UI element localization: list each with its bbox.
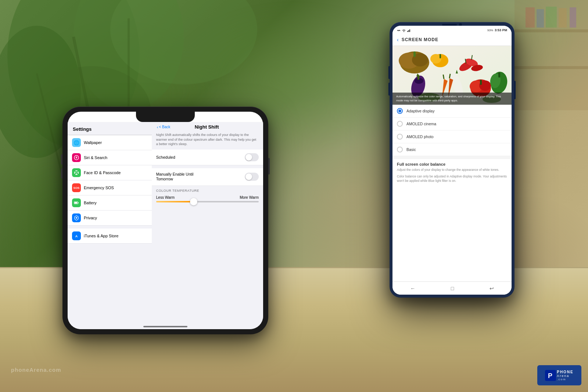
svg-rect-10: [514, 66, 588, 69]
status-right: 93% 3:53 PM: [487, 28, 507, 32]
settings-item-itunes[interactable]: A iTunes & App Store: [68, 229, 153, 244]
radio-photo: [397, 134, 403, 140]
logo-container: P PHONE Arena .com: [545, 370, 574, 381]
settings-title: Settings: [68, 122, 153, 135]
iphone-vol-up: [61, 154, 62, 165]
signal-icon: [407, 28, 411, 32]
mode-amoled-cinema[interactable]: AMOLED cinema: [392, 118, 512, 130]
iphone-notch: [136, 112, 195, 122]
samsung-power-button: [514, 81, 516, 99]
full-screen-desc-2: Color balance can only be adjusted in Ad…: [397, 175, 507, 183]
svg-rect-18: [78, 172, 79, 174]
faceid-icon: [72, 168, 81, 177]
wallpaper-icon: 🌐: [72, 138, 81, 147]
settings-divider: [68, 226, 153, 229]
svg-rect-11: [526, 7, 535, 28]
svg-rect-49: [417, 76, 419, 80]
samsung-back-nav[interactable]: ←: [410, 285, 415, 291]
svg-rect-14: [559, 8, 567, 28]
svg-rect-19: [75, 170, 78, 171]
svg-rect-15: [570, 7, 576, 28]
samsung-back-button[interactable]: ‹: [397, 37, 399, 43]
veggie-image: Automatically optimize the color range, …: [392, 46, 512, 105]
logo-text: PHONE Arena .com: [557, 370, 574, 381]
battery-icon: [72, 198, 81, 207]
settings-item-battery[interactable]: Battery: [68, 195, 153, 211]
status-left: [397, 28, 411, 32]
samsung-vol-up: [388, 66, 390, 79]
mode-basic[interactable]: Basic: [392, 143, 512, 156]
full-screen-desc: Adjust the colors of your display to cha…: [397, 168, 507, 172]
svg-text:A: A: [75, 234, 78, 238]
svg-rect-9: [514, 29, 588, 32]
svg-rect-25: [75, 202, 77, 204]
night-shift-title: Night Shift: [172, 124, 241, 130]
svg-rect-24: [78, 202, 79, 203]
radio-cinema: [397, 121, 403, 127]
iphone-screen: Settings 🌐 Wallpaper Siri & Search Face …: [68, 112, 263, 329]
iphone-vol-down: [61, 168, 62, 179]
svg-line-62: [443, 75, 444, 79]
settings-item-faceid[interactable]: Face ID & Passcode: [68, 165, 153, 180]
svg-rect-17: [74, 172, 75, 174]
samsung-screen-mode-title: SCREEN MODE: [402, 37, 438, 42]
temp-slider-track: [156, 201, 259, 202]
back-button[interactable]: ‹ < Back: [157, 125, 171, 129]
svg-rect-31: [408, 30, 409, 32]
svg-point-22: [77, 172, 78, 173]
radio-adaptive: [397, 108, 403, 114]
settings-item-siri[interactable]: Siri & Search: [68, 150, 153, 165]
temp-slider-fill: [156, 201, 192, 202]
sos-icon: SOS: [72, 183, 81, 192]
radio-basic: [397, 147, 403, 152]
full-screen-color-balance: Full screen color balance Adjust the col…: [392, 156, 512, 185]
samsung-home-nav[interactable]: □: [451, 285, 454, 291]
radio-inner: [398, 109, 401, 112]
night-shift-description: Night Shift automatically shifts the col…: [152, 131, 263, 150]
samsung-nav-bar: ← □ ↩: [392, 281, 512, 295]
adaptive-display-description: Automatically optimize the color range, …: [392, 93, 512, 105]
svg-rect-20: [75, 174, 78, 175]
settings-item-privacy[interactable]: Privacy: [68, 211, 153, 226]
svg-rect-13: [546, 7, 557, 28]
samsung-screen: 93% 3:53 PM ‹ SCREEN MODE: [392, 26, 512, 295]
night-shift-panel: ‹ < Back Night Shift Night Shift automat…: [152, 122, 263, 329]
iphone-power-button: [268, 158, 270, 175]
scheduled-row: Scheduled: [152, 150, 263, 165]
svg-point-29: [404, 32, 404, 32]
iphone-x-device: Settings 🌐 Wallpaper Siri & Search Face …: [62, 107, 268, 334]
full-screen-title: Full screen color balance: [397, 162, 507, 166]
mode-amoled-photo[interactable]: AMOLED photo: [392, 130, 512, 143]
itunes-icon: A: [72, 231, 81, 240]
temp-labels: Less Warm More Warm: [152, 194, 263, 200]
temp-slider-thumb[interactable]: [190, 198, 197, 205]
samsung-note9-device: 93% 3:53 PM ‹ SCREEN MODE: [390, 22, 514, 298]
settings-item-sos[interactable]: SOS Emergency SOS: [68, 180, 153, 195]
samsung-status-bar: 93% 3:53 PM: [392, 26, 512, 35]
siri-icon: [72, 153, 81, 162]
home-indicator: [143, 326, 187, 327]
svg-rect-32: [409, 29, 410, 32]
svg-line-63: [449, 74, 450, 78]
svg-rect-38: [413, 51, 416, 57]
manually-enable-toggle[interactable]: [245, 173, 259, 181]
samsung-header: ‹ SCREEN MODE: [392, 35, 512, 46]
scheduled-toggle[interactable]: [245, 153, 259, 161]
wifi-icon: [402, 28, 406, 32]
svg-point-21: [75, 172, 76, 173]
samsung-recent-nav[interactable]: ↩: [490, 285, 494, 291]
temp-slider-container: [152, 200, 263, 205]
night-shift-header: ‹ < Back Night Shift: [152, 122, 263, 131]
toggle-knob: [245, 154, 252, 161]
mode-adaptive[interactable]: Adaptive display: [392, 105, 512, 118]
svg-rect-30: [407, 31, 408, 32]
samsung-speaker: [442, 24, 457, 26]
samsung-vol-down: [388, 83, 390, 96]
watermark-bottom-left: phoneArena.com: [11, 367, 61, 373]
phonearena-logo: P PHONE Arena .com: [537, 365, 581, 385]
settings-item-wallpaper[interactable]: 🌐 Wallpaper: [68, 135, 153, 150]
svg-point-26: [76, 217, 77, 219]
privacy-icon: [72, 213, 81, 222]
svg-rect-41: [440, 54, 441, 58]
svg-rect-56: [480, 80, 482, 85]
